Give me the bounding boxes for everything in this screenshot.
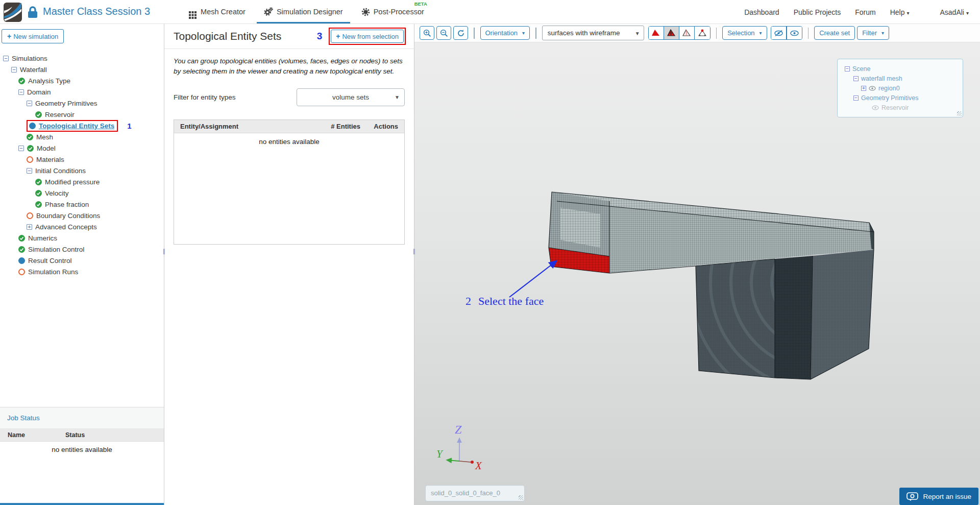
user-menu[interactable]: AsadAli▾ bbox=[940, 8, 969, 16]
viewer-3d: Orientation▾ surfaces with wireframe ▼ bbox=[414, 24, 980, 505]
selection-name-box[interactable]: solid_0_solid_0_face_0 bbox=[425, 485, 525, 501]
visibility-buttons bbox=[771, 26, 802, 40]
tree-item-modified-pressure[interactable]: Modified pressure bbox=[0, 176, 164, 187]
tree-item-materials[interactable]: Materials bbox=[0, 154, 164, 165]
tree-item-label: Topological Entity Sets bbox=[39, 122, 114, 130]
mode-points-button[interactable] bbox=[695, 27, 710, 39]
tree-expander-icon[interactable]: − bbox=[11, 67, 17, 73]
topological-entity-sets-panel: Topological Entity Sets 3 +New from sele… bbox=[164, 24, 414, 505]
status-complete-icon bbox=[27, 145, 34, 152]
tree-item-simulation-runs[interactable]: Simulation Runs bbox=[0, 266, 164, 277]
filter-button[interactable]: Filter▾ bbox=[857, 26, 889, 40]
tree-item-domain[interactable]: −Domain bbox=[0, 86, 164, 98]
axis-z-label: Z bbox=[455, 423, 462, 436]
panel-resize-handle[interactable]: ∥ bbox=[412, 245, 416, 258]
resize-handle-icon[interactable] bbox=[957, 111, 962, 116]
create-set-button[interactable]: Create set bbox=[814, 26, 855, 40]
status-complete-icon bbox=[35, 111, 42, 118]
tree-expander-icon[interactable]: − bbox=[3, 56, 9, 61]
tree-item-velocity[interactable]: Velocity bbox=[0, 187, 164, 199]
tree-item-reservoir[interactable]: Reservoir bbox=[0, 109, 164, 120]
column-name: Name bbox=[0, 431, 65, 439]
tree-item-label: Phase fraction bbox=[45, 201, 89, 208]
tree-item-boundary-conditions[interactable]: Boundary Conditions bbox=[0, 210, 164, 221]
tree-expander-icon[interactable]: + bbox=[861, 86, 866, 91]
show-selection-button[interactable] bbox=[787, 27, 802, 39]
tree-item-geometry-primitives[interactable]: −Geometry Primitives bbox=[0, 98, 164, 109]
selection-button[interactable]: Selection▾ bbox=[722, 26, 767, 40]
tree-expander-icon[interactable]: − bbox=[27, 101, 32, 106]
tree-item-label: Waterfall bbox=[20, 66, 47, 74]
annotation-number-1: 1 bbox=[127, 122, 131, 130]
tree-item-advanced-concepts[interactable]: +Advanced Concepts bbox=[0, 221, 164, 232]
simulation-sidebar: +New simulation −Simulations−WaterfallAn… bbox=[0, 24, 164, 505]
orientation-button[interactable]: Orientation▾ bbox=[480, 26, 530, 40]
tree-item-topological-entity-sets[interactable]: Topological Entity Sets1 bbox=[0, 120, 164, 131]
job-status-empty: no entities available bbox=[0, 442, 164, 503]
sidebar-resize-handle[interactable]: ∥ bbox=[162, 245, 166, 258]
scene-item-reservoir[interactable]: Reservoir bbox=[842, 103, 959, 112]
tree-item-mesh[interactable]: Mesh bbox=[0, 131, 164, 142]
tree-expander-icon[interactable]: − bbox=[845, 66, 850, 71]
viewer-canvas[interactable]: Z Y X 2 Select the face −Scene−waterfall… bbox=[414, 42, 980, 505]
reset-view-button[interactable] bbox=[453, 26, 468, 40]
tree-item-result-control[interactable]: Result Control bbox=[0, 255, 164, 266]
beta-badge: BETA bbox=[414, 1, 427, 7]
resize-handle-icon[interactable] bbox=[519, 495, 523, 500]
entity-type-select[interactable]: volume sets ▼ bbox=[297, 88, 405, 106]
tree-item-analysis-type[interactable]: Analysis Type bbox=[0, 75, 164, 86]
tree-expander-icon[interactable]: − bbox=[853, 76, 859, 81]
tree-expander-icon[interactable]: + bbox=[27, 224, 32, 230]
new-simulation-button[interactable]: +New simulation bbox=[2, 29, 64, 43]
tree-item-numerics[interactable]: Numerics bbox=[0, 232, 164, 244]
toolbar-divider bbox=[808, 28, 809, 39]
render-mode-select[interactable]: surfaces with wireframe ▼ bbox=[542, 26, 644, 40]
eye-icon bbox=[790, 30, 799, 37]
tree-item-label: Mesh bbox=[36, 133, 53, 141]
tab-mesh-creator[interactable]: Mesh Creator bbox=[180, 0, 255, 23]
help-menu[interactable]: Help▾ bbox=[890, 8, 910, 16]
tree-item-phase-fraction[interactable]: Phase fraction bbox=[0, 199, 164, 210]
tree-expander-icon[interactable]: − bbox=[18, 146, 24, 151]
eye-icon[interactable] bbox=[872, 105, 879, 110]
tree-expander-icon[interactable]: − bbox=[27, 168, 32, 174]
eye-icon[interactable] bbox=[869, 86, 876, 91]
status-complete-icon bbox=[18, 235, 25, 242]
scene-item-scene[interactable]: −Scene bbox=[842, 64, 959, 74]
scene-item-geometry-primitives[interactable]: −Geometry Primitives bbox=[842, 93, 959, 103]
status-complete-icon bbox=[35, 179, 42, 185]
scene-item-waterfall-mesh[interactable]: −waterfall mesh bbox=[842, 74, 959, 83]
nav-link-dashboard[interactable]: Dashboard bbox=[744, 8, 779, 16]
panel-titlebar: Topological Entity Sets 3 +New from sele… bbox=[164, 24, 414, 49]
zoom-out-button[interactable] bbox=[436, 26, 451, 40]
tree-expander-icon[interactable]: − bbox=[853, 95, 859, 101]
status-selected-icon bbox=[29, 123, 36, 129]
mesh-lower-right-face[interactable] bbox=[811, 250, 874, 379]
mode-wireframe-button[interactable] bbox=[679, 27, 695, 39]
tree-expander-icon[interactable]: − bbox=[18, 89, 24, 95]
tree-item-simulation-control[interactable]: Simulation Control bbox=[0, 244, 164, 255]
mode-surfaces-button[interactable] bbox=[649, 27, 664, 39]
mesh-lower-middle-face[interactable] bbox=[775, 256, 813, 379]
mode-surfaces-wireframe-button[interactable] bbox=[664, 27, 679, 39]
scene-item-region0[interactable]: +region0 bbox=[842, 83, 959, 93]
new-from-selection-button[interactable]: +New from selection bbox=[331, 30, 404, 43]
mesh-left-end-face[interactable] bbox=[549, 192, 609, 256]
tab-simulation-designer[interactable]: Simulation Designer bbox=[255, 0, 352, 23]
top-nav: DashboardPublic ProjectsForum Help▾ Asad… bbox=[744, 0, 969, 24]
tab-post-processor[interactable]: Post-Processor BETA bbox=[352, 0, 433, 23]
report-issue-button[interactable]: Report an issue bbox=[899, 488, 978, 505]
tree-item-initial-conditions[interactable]: −Initial Conditions bbox=[0, 165, 164, 176]
tree-item-model[interactable]: −Model bbox=[0, 142, 164, 154]
tree-item-simulations[interactable]: −Simulations bbox=[0, 53, 164, 64]
tree-item-waterfall[interactable]: −Waterfall bbox=[0, 64, 164, 75]
entity-sets-table: Entity/Assignment # Entities Actions no … bbox=[174, 119, 405, 245]
chevron-down-icon: ▾ bbox=[906, 10, 909, 16]
zoom-in-button[interactable] bbox=[420, 26, 434, 40]
nav-link-public-projects[interactable]: Public Projects bbox=[794, 8, 841, 16]
nav-link-forum[interactable]: Forum bbox=[855, 8, 875, 16]
hide-selection-button[interactable] bbox=[771, 27, 787, 39]
job-status-panel: Job Status Name Status no entities avail… bbox=[0, 407, 164, 505]
tree-item-label: Velocity bbox=[45, 189, 69, 197]
tree-item-label: Advanced Concepts bbox=[35, 223, 97, 231]
